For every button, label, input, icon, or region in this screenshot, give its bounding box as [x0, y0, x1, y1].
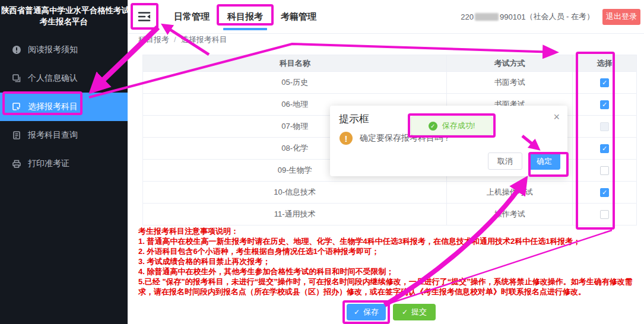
notice-item: 2. 外语科目包含6个小语种，考生根据自身情况任选1个语种报考即可； — [138, 246, 642, 256]
notice-title: 考生报考科目注意事项说明： — [138, 226, 642, 236]
save-button[interactable]: ✓ 保存 — [347, 304, 386, 320]
sidebar-item-label: 报考科目查询 — [28, 130, 78, 141]
sidebar-item-label: 选择报考科目 — [28, 101, 78, 112]
select-cell: ✓ — [573, 138, 637, 160]
submit-button-label: 提交 — [411, 307, 427, 317]
warning-icon: ! — [340, 132, 353, 145]
sidebar-item-打印准考证[interactable]: 打印准考证 — [0, 150, 128, 178]
notice-item: 1. 普通高中在校生高一新生报考时请在历史、地理、化学、生物学4科中任选3科报考… — [138, 236, 642, 246]
notice-block: 考生报考科目注意事项说明： 1. 普通高中在校生高一新生报考时请在历史、地理、化… — [138, 226, 642, 297]
tab-考籍管理[interactable]: 考籍管理 — [272, 0, 325, 34]
select-cell: ✓ — [573, 72, 637, 94]
dialog-title: 提示框 — [339, 112, 369, 126]
select-cell — [573, 160, 637, 182]
success-toast-message: 保存成功! — [442, 120, 475, 131]
sidebar-item-label: 个人信息确认 — [28, 73, 78, 84]
cancel-button[interactable]: 取消 — [488, 153, 522, 170]
sidebar-item-阅读报考须知[interactable]: 阅读报考须知 — [0, 36, 128, 64]
subject-checkbox[interactable]: ✓ — [600, 100, 609, 109]
submit-button[interactable]: ✓ 提交 — [393, 304, 436, 320]
sidebar-menu: 阅读报考须知个人信息确认选择报考科目报考科目查询打印准考证 — [0, 36, 128, 178]
column-header-select: 选择 — [573, 55, 637, 72]
breadcrumb-parent[interactable]: 科目报考 — [138, 35, 169, 44]
printer-icon — [12, 159, 21, 169]
app-root: 陕西省普通高中学业水平合格性考试 考生报名平台 阅读报考须知个人信息确认选择报考… — [0, 0, 644, 324]
select-icon — [12, 102, 21, 112]
exam-method-cell: 操作考试 — [447, 204, 573, 225]
confirm-button[interactable]: 确定 — [528, 153, 560, 170]
subject-name-cell: 05-历史 — [143, 72, 447, 94]
column-header-subject: 科目名称 — [143, 55, 447, 72]
exam-method-cell: 上机操作考试 — [447, 182, 573, 204]
user-id-suffix: 990101 — [500, 12, 525, 21]
subject-name-cell: 10-信息技术 — [143, 182, 447, 204]
app-title: 陕西省普通高中学业水平合格性考试 考生报名平台 — [0, 0, 128, 31]
save-button-label: 保存 — [363, 307, 379, 317]
dialog-footer: 取消 确定 — [488, 153, 560, 170]
notice-item: 3. 考试成绩合格的科目禁止再次报考； — [138, 256, 642, 266]
exam-method-cell: 书面考试 — [447, 72, 573, 94]
select-cell — [573, 204, 637, 225]
user-info: 220990101（社会人员 - 在考） 退出登录 — [461, 9, 644, 25]
subject-checkbox[interactable]: ✓ — [600, 188, 609, 197]
notice-items: 1. 普通高中在校生高一新生报考时请在历史、地理、化学、生物学4科中任选3科报考… — [138, 236, 642, 297]
success-toast: ✓ 保存成功! — [411, 116, 493, 135]
breadcrumb: 科目报考/选择报考科目 — [138, 34, 227, 45]
sidebar-item-label: 阅读报考须知 — [28, 45, 78, 55]
collapse-menu-icon[interactable] — [134, 7, 154, 27]
user-id-prefix: 220 — [461, 12, 474, 21]
notice-item: 5.已经 "保存"的报考科目，未进行“提交”操作时，可在报名时间段内继续修改，一… — [138, 277, 642, 297]
app-title-line2: 考生报名平台 — [1, 16, 126, 27]
subject-checkbox — [600, 122, 609, 131]
close-icon[interactable]: × — [553, 111, 560, 123]
list-icon — [12, 131, 21, 140]
check-icon: ✓ — [354, 308, 360, 316]
column-header-method: 考试方式 — [447, 55, 573, 72]
sidebar-item-个人信息确认[interactable]: 个人信息确认 — [0, 64, 128, 93]
topbar: 日常管理科目报考考籍管理 220990101（社会人员 - 在考） 退出登录 — [128, 0, 644, 34]
sidebar-item-选择报考科目[interactable]: 选择报考科目 — [0, 93, 128, 121]
subject-name-cell: 11-通用技术 — [143, 204, 447, 225]
breadcrumb-separator: / — [174, 35, 176, 44]
tab-科目报考[interactable]: 科目报考 — [218, 0, 272, 34]
tab-日常管理[interactable]: 日常管理 — [165, 0, 218, 34]
select-cell — [573, 116, 637, 138]
subject-checkbox[interactable]: ✓ — [600, 144, 609, 153]
breadcrumb-current: 选择报考科目 — [181, 35, 227, 44]
table-row: 05-历史书面考试✓ — [143, 72, 637, 94]
info-icon — [12, 45, 21, 55]
app-title-line1: 陕西省普通高中学业水平合格性考试 — [1, 5, 126, 16]
subject-checkbox[interactable] — [600, 210, 609, 219]
select-cell: ✓ — [573, 182, 637, 204]
sidebar-item-报考科目查询[interactable]: 报考科目查询 — [0, 121, 128, 150]
table-header-row: 科目名称 考试方式 选择 — [143, 55, 637, 72]
top-tabs: 日常管理科目报考考籍管理 — [165, 0, 325, 34]
copy-icon — [12, 74, 21, 83]
user-type-label: （社会人员 - 在考） — [525, 11, 594, 22]
check-icon: ✓ — [402, 308, 408, 316]
sidebar-item-label: 打印准考证 — [28, 158, 69, 169]
subject-checkbox[interactable] — [600, 166, 609, 175]
subject-checkbox[interactable]: ✓ — [600, 78, 609, 87]
notice-item: 4. 除普通高中在校生外，其他考生参加合格性考试的科目和时间不受限制； — [138, 266, 642, 277]
success-check-icon: ✓ — [429, 122, 437, 131]
sidebar: 陕西省普通高中学业水平合格性考试 考生报名平台 阅读报考须知个人信息确认选择报考… — [0, 0, 128, 324]
logout-button[interactable]: 退出登录 — [602, 9, 640, 25]
user-id-masked — [475, 13, 499, 21]
table-row: 11-通用技术操作考试 — [143, 204, 637, 225]
select-cell: ✓ — [573, 94, 637, 116]
table-row: 10-信息技术上机操作考试✓ — [143, 182, 637, 204]
